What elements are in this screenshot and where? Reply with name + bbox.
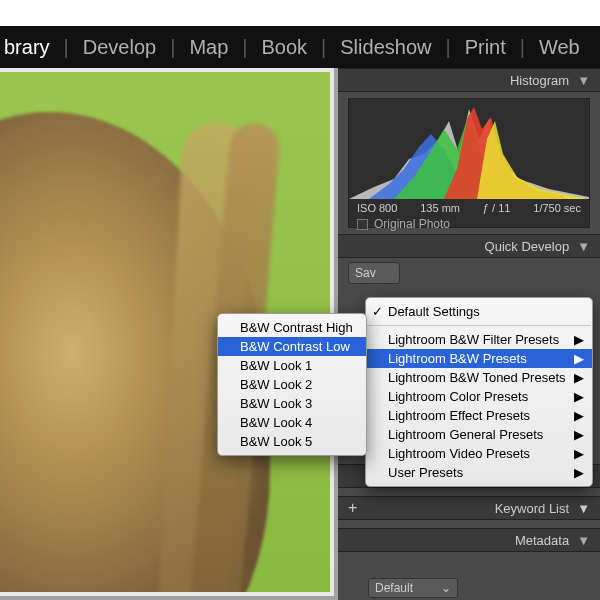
histogram-title: Histogram	[510, 73, 569, 88]
quick-develop-header[interactable]: Quick Develop ▼	[338, 234, 600, 258]
module-library[interactable]: brary	[0, 36, 54, 59]
chevron-icon: ⌄	[441, 581, 451, 595]
metadata-header[interactable]: Metadata ▼	[338, 528, 600, 552]
collapse-icon: ▼	[577, 501, 590, 516]
arrow-right-icon: ▶	[574, 464, 584, 481]
menu-item[interactable]: Lightroom Color Presets▶	[366, 387, 592, 406]
module-slideshow[interactable]: Slideshow	[336, 36, 435, 59]
module-picker: brary | Develop | Map | Book | Slideshow…	[0, 26, 600, 68]
collapse-icon: ▼	[577, 239, 590, 254]
histogram-shutter: 1/750 sec	[533, 202, 581, 214]
histogram-aperture: ƒ / 11	[483, 202, 511, 214]
keyword-list-title: Keyword List	[495, 501, 569, 516]
original-photo-checkbox[interactable]	[357, 219, 368, 230]
arrow-right-icon: ▶	[574, 331, 584, 348]
menu-item[interactable]: Lightroom Video Presets▶	[366, 444, 592, 463]
submenu-item[interactable]: B&W Look 2	[218, 375, 366, 394]
submenu-item[interactable]: B&W Look 1	[218, 356, 366, 375]
preset-submenu[interactable]: B&W Contrast HighB&W Contrast LowB&W Loo…	[217, 313, 367, 456]
menu-item[interactable]: Lightroom B&W Presets▶	[366, 349, 592, 368]
menu-default-settings[interactable]: ✓ Default Settings	[366, 302, 592, 321]
submenu-item[interactable]: B&W Contrast High	[218, 318, 366, 337]
preset-popup-menu[interactable]: ✓ Default Settings Lightroom B&W Filter …	[365, 297, 593, 487]
arrow-right-icon: ▶	[574, 407, 584, 424]
check-icon: ✓	[372, 303, 383, 320]
module-web[interactable]: Web	[535, 36, 584, 59]
collapse-icon: ▼	[577, 533, 590, 548]
menu-item[interactable]: Lightroom B&W Filter Presets▶	[366, 330, 592, 349]
metadata-title: Metadata	[515, 533, 569, 548]
menu-item[interactable]: Lightroom General Presets▶	[366, 425, 592, 444]
submenu-item[interactable]: B&W Look 4	[218, 413, 366, 432]
saved-preset-button[interactable]: Sav	[348, 262, 400, 284]
plus-icon[interactable]: +	[348, 499, 357, 517]
metadata-set-dropdown[interactable]: Default⌄	[368, 578, 458, 598]
module-print[interactable]: Print	[461, 36, 510, 59]
menu-item[interactable]: User Presets▶	[366, 463, 592, 482]
histogram-header[interactable]: Histogram ▼	[338, 68, 600, 92]
module-map[interactable]: Map	[185, 36, 232, 59]
menu-item[interactable]: Lightroom Effect Presets▶	[366, 406, 592, 425]
quick-develop-title: Quick Develop	[485, 239, 570, 254]
original-photo-label: Original Photo	[374, 217, 450, 231]
submenu-item[interactable]: B&W Contrast Low	[218, 337, 366, 356]
arrow-right-icon: ▶	[574, 426, 584, 443]
keyword-list-header[interactable]: + Keyword List ▼	[338, 496, 600, 520]
arrow-right-icon: ▶	[574, 369, 584, 386]
module-book[interactable]: Book	[257, 36, 311, 59]
arrow-right-icon: ▶	[574, 350, 584, 367]
submenu-item[interactable]: B&W Look 5	[218, 432, 366, 451]
svg-marker-4	[477, 121, 584, 199]
histogram-iso: ISO 800	[357, 202, 397, 214]
menu-item[interactable]: Lightroom B&W Toned Presets▶	[366, 368, 592, 387]
collapse-icon: ▼	[577, 73, 590, 88]
window-top-strip	[0, 0, 600, 26]
histogram-focal: 135 mm	[420, 202, 460, 214]
arrow-right-icon: ▶	[574, 445, 584, 462]
module-develop[interactable]: Develop	[79, 36, 160, 59]
submenu-item[interactable]: B&W Look 3	[218, 394, 366, 413]
histogram-display: ISO 800 135 mm ƒ / 11 1/750 sec Original…	[348, 98, 590, 228]
arrow-right-icon: ▶	[574, 388, 584, 405]
